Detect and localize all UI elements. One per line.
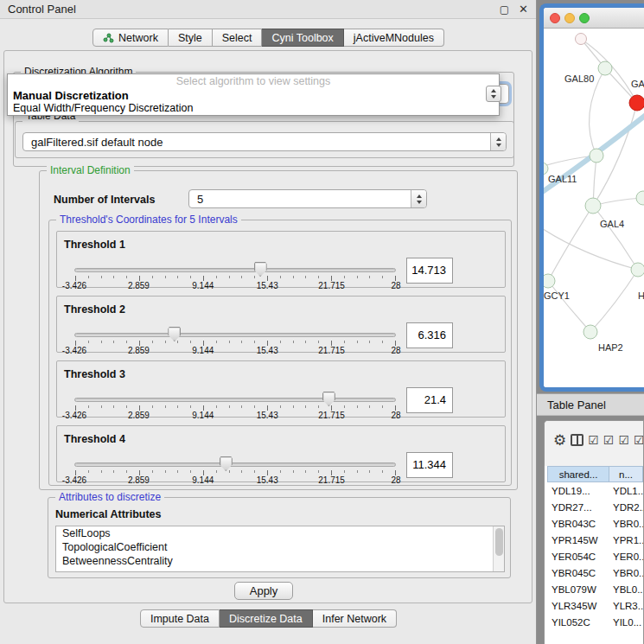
table-row[interactable]: YER054CYER0... — [545, 548, 643, 564]
algorithm-prompt-option[interactable]: Select algorithm to view settings — [8, 74, 499, 89]
table-cell[interactable]: YIL052C — [547, 617, 609, 628]
slider-thumb[interactable] — [322, 392, 335, 406]
tab-cyni-toolbox[interactable]: Cyni Toolbox — [262, 29, 343, 47]
slider-tick — [369, 470, 370, 473]
slider-tick — [280, 405, 281, 408]
column-header-name[interactable]: n... — [609, 466, 643, 482]
number-of-intervals-stepper[interactable] — [411, 190, 426, 207]
slider-scale-label: 9.144 — [192, 346, 214, 355]
list-scrollbar[interactable] — [493, 526, 504, 571]
table-row[interactable]: YIL052CYIL0... — [545, 614, 643, 630]
table-row[interactable]: YBL079WYBL0... — [545, 581, 643, 597]
table-cell[interactable]: YBR043C — [547, 519, 609, 529]
threshold-2-value-field[interactable]: 6.316 — [406, 322, 453, 348]
table-cell[interactable]: YLR3... — [609, 601, 643, 611]
numerical-attribute-item[interactable]: SelfLoops — [56, 526, 504, 540]
top-tab-bar: Network Style Select Cyni Toolbox jActiv… — [0, 29, 537, 47]
slider-track[interactable] — [74, 333, 396, 337]
minimize-light[interactable] — [564, 13, 575, 23]
float-window-icon[interactable]: ▢ — [500, 4, 509, 15]
table-cell[interactable]: YIL0... — [609, 617, 643, 628]
checkbox-icon-2[interactable]: ☑ — [603, 434, 615, 446]
slider-track[interactable] — [74, 268, 396, 272]
close-icon[interactable]: ✕ — [519, 3, 528, 15]
table-row[interactable]: YBR043CYBR0... — [545, 515, 643, 532]
algorithm-option-equal-width[interactable]: Equal Width/Frequency Discretization — [8, 102, 499, 115]
table-data-stepper[interactable] — [490, 133, 506, 150]
table-cell[interactable]: YDR27... — [547, 502, 609, 513]
algorithm-option-manual[interactable]: Manual Discretization — [8, 89, 499, 102]
numerical-attributes-list[interactable]: SelfLoopsTopologicalCoefficientBetweenne… — [55, 526, 505, 572]
table-cell[interactable]: YDL19... — [547, 486, 609, 496]
checkbox-icon-3[interactable]: ☑ — [618, 434, 629, 446]
table-cell[interactable]: YBR0... — [609, 519, 643, 529]
slider-track[interactable] — [74, 462, 396, 467]
slider-tick — [254, 276, 255, 278]
network-node-gal80[interactable] — [598, 61, 612, 75]
threshold-1-value-field[interactable]: 14.713 — [406, 258, 453, 284]
numerical-attribute-item[interactable]: TopologicalCoefficient — [56, 540, 504, 554]
slider-thumb[interactable] — [220, 456, 233, 471]
network-node-gal4[interactable] — [585, 198, 601, 214]
slider-scale-label: -3.426 — [62, 281, 86, 290]
slider-track[interactable] — [74, 398, 396, 402]
network-label-gcy1: GCY1 — [544, 290, 570, 301]
table-data-combobox[interactable]: galFiltered.sif default node — [22, 132, 507, 151]
table-cell[interactable]: YPR1... — [609, 535, 643, 545]
table-columns-icon[interactable] — [571, 434, 583, 446]
table-cell[interactable]: YBL0... — [609, 584, 643, 595]
zoom-light[interactable] — [579, 13, 590, 23]
slider-tick — [152, 341, 153, 343]
network-node[interactable] — [636, 191, 644, 205]
slider-thumb[interactable] — [168, 327, 181, 341]
tab-style[interactable]: Style — [169, 29, 213, 47]
table-cell[interactable]: YDL1... — [609, 486, 643, 496]
threshold-panel-2: Threshold 2 -3.4262.8599.14415.4321.7152… — [56, 296, 506, 353]
tab-select[interactable]: Select — [213, 29, 263, 47]
threshold-4-value-field[interactable]: 11.344 — [406, 452, 453, 478]
algorithm-combobox-stepper[interactable] — [486, 86, 501, 102]
close-light[interactable] — [550, 13, 560, 23]
table-row[interactable]: YLR345WYLR3... — [545, 597, 643, 614]
checkbox-icon-1[interactable]: ☑ — [588, 434, 599, 446]
table-row[interactable]: YDR27...YDR2... — [545, 499, 643, 515]
network-node[interactable] — [590, 149, 603, 163]
tab-impute-data[interactable]: Impute Data — [140, 609, 220, 628]
network-canvas[interactable]: GAL80 GA GAL11 GAL4 GCY1 H HAP2 — [544, 29, 644, 387]
numerical-attribute-item[interactable]: BetweennessCentrality — [56, 554, 504, 568]
table-cell[interactable]: YER054C — [547, 552, 609, 562]
network-node[interactable] — [631, 263, 644, 277]
apply-button[interactable]: Apply — [234, 582, 293, 600]
network-node-gcy1[interactable] — [544, 274, 555, 288]
gear-icon[interactable]: ⚙ — [553, 433, 566, 448]
slider-thumb[interactable] — [254, 262, 267, 277]
interval-definition-group: Interval Definition Number of Intervals … — [39, 170, 518, 490]
table-cell[interactable]: YER0... — [609, 552, 643, 562]
table-row[interactable]: YBR045CYBR0... — [545, 564, 643, 581]
tab-jactivemnodules[interactable]: jActiveMNodules — [344, 29, 444, 47]
list-scrollbar-thumb[interactable] — [495, 528, 503, 556]
table-row[interactable]: YDL19...YDL1... — [545, 482, 643, 499]
table-cell[interactable]: YLR345W — [547, 601, 609, 611]
tab-network[interactable]: Network — [92, 29, 169, 47]
threshold-3-value-field[interactable]: 21.4 — [406, 387, 453, 413]
screen: Control Panel ▢ ✕ Network Style — [0, 0, 644, 644]
tab-infer-network[interactable]: Infer Network — [313, 609, 397, 628]
tab-discretize-data[interactable]: Discretize Data — [220, 609, 313, 628]
network-node-hap2[interactable] — [583, 325, 597, 339]
network-node-selected-red[interactable] — [629, 95, 644, 111]
network-node[interactable] — [576, 34, 587, 45]
table-cell[interactable]: YDR2... — [609, 502, 643, 513]
column-header-shared-name[interactable]: shared... — [547, 466, 609, 482]
network-label-gal11: GAL11 — [548, 174, 577, 184]
table-cell[interactable]: YBR045C — [547, 568, 609, 578]
checkbox-icon-4[interactable]: ☑ — [634, 434, 644, 446]
table-row[interactable]: YPR145WYPR1... — [545, 532, 643, 548]
table-cell[interactable]: YBR0... — [609, 568, 643, 578]
table-cell[interactable]: YPR145W — [547, 535, 609, 545]
threshold-4-label: Threshold 4 — [64, 433, 125, 445]
slider-tick — [293, 276, 294, 278]
table-cell[interactable]: YBL079W — [547, 584, 609, 595]
slider-tick — [254, 341, 255, 343]
number-of-intervals-combobox[interactable]: 5 — [188, 189, 427, 208]
